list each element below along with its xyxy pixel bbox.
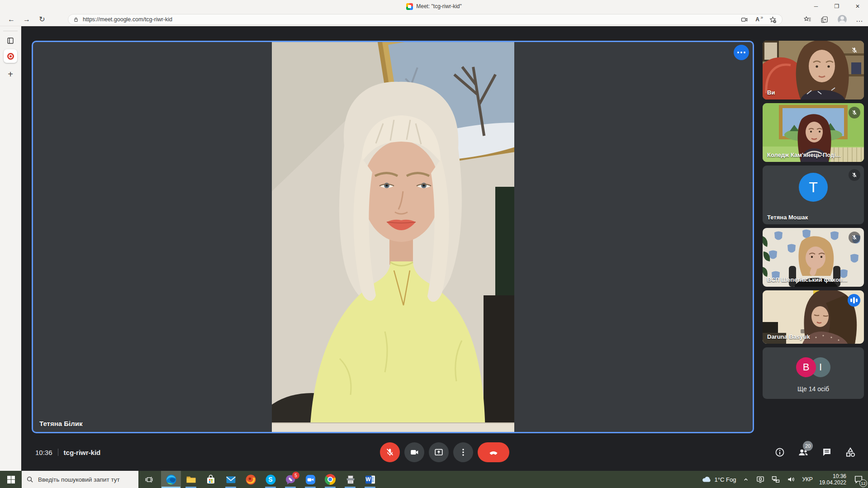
main-speaker-name: Тетяна Білик (39, 420, 82, 427)
network-icon[interactable] (771, 475, 780, 484)
browser-menu-icon[interactable]: … (856, 15, 863, 24)
word-letter: W (365, 476, 370, 483)
participant-tile-moshak[interactable]: Т Тетяна Мошак (763, 166, 864, 224)
meeting-info: 10:36 tcg-riwr-kid (35, 434, 100, 471)
tray-time: 10:36 (833, 473, 846, 479)
main-video-tile[interactable]: Тетяна Білик (32, 41, 754, 433)
minimize-button[interactable]: ─ (806, 0, 826, 13)
participant-name: Daruna Basyuk (767, 333, 810, 340)
participants-count-badge: 20 (803, 441, 813, 451)
toolbar-right: … (803, 13, 863, 26)
participant-name: Ви (767, 89, 775, 96)
participant-name: Тетяна Мошак (767, 214, 808, 221)
weather-text: 1°C Fog (715, 476, 736, 483)
restore-button[interactable]: ❐ (826, 0, 847, 13)
taskbar-skype[interactable]: S (261, 471, 280, 488)
taskbar-chrome[interactable] (320, 471, 340, 488)
taskbar-search[interactable] (22, 471, 138, 488)
taskbar-apps: S 5 W (161, 471, 380, 488)
participant-name: Коледж Кам'янець-Поді... (767, 152, 841, 158)
participant-tile-daruna[interactable]: Daruna Basyuk (763, 290, 864, 344)
taskbar-edge[interactable] (161, 471, 181, 488)
participants-icon[interactable]: 20 (797, 446, 809, 458)
browser-titlebar: Meet: "tcg-riwr-kid" ─ ❐ ✕ (0, 0, 868, 13)
camera-button[interactable] (404, 442, 424, 462)
meeting-details-icon[interactable] (774, 446, 786, 458)
window-controls: ─ ❐ ✕ (806, 0, 868, 13)
add-favorite-icon[interactable] (769, 16, 777, 24)
speaking-indicator-icon (848, 294, 860, 307)
search-input[interactable] (37, 476, 128, 483)
lock-icon (73, 16, 79, 23)
skype-letter: S (268, 476, 272, 483)
new-tab-button[interactable]: + (4, 68, 17, 80)
mic-muted-icon (849, 107, 860, 118)
close-button[interactable]: ✕ (847, 0, 868, 13)
meet-page: Тетяна Білик (21, 26, 868, 471)
task-view-button[interactable] (138, 471, 159, 488)
mic-muted-icon (849, 232, 860, 243)
divider (58, 449, 58, 456)
avatar-b: B (796, 357, 816, 377)
refresh-button[interactable]: ↻ (34, 13, 50, 26)
hang-up-button[interactable] (478, 442, 509, 462)
participant-name: ВСП Шепетівський фахов... (767, 276, 848, 283)
tab-list-icon[interactable] (4, 35, 17, 47)
present-button[interactable] (429, 442, 449, 462)
back-button[interactable]: ← (4, 13, 19, 26)
mic-muted-icon (849, 169, 860, 181)
forward-button[interactable]: → (19, 13, 34, 26)
notification-center-button[interactable]: 12 (853, 474, 864, 485)
tab-title: Meet: "tcg-riwr-kid" (416, 3, 462, 9)
screen: Meet: "tcg-riwr-kid" ─ ❐ ✕ ← → ↻ https:/… (0, 0, 868, 488)
url-text[interactable]: https://meet.google.com/tcg-riwr-kid (83, 16, 740, 23)
screen-share-tray-icon[interactable] (756, 475, 765, 484)
taskbar-printer[interactable] (340, 471, 360, 488)
notification-badge: 12 (859, 479, 867, 487)
main-speaker-video (272, 42, 514, 433)
taskbar-mail[interactable] (221, 471, 241, 488)
taskbar-store[interactable] (201, 471, 221, 488)
taskbar-word[interactable]: W (360, 471, 380, 488)
participant-tile-vsp[interactable]: ВСП Шепетівський фахов... (763, 228, 864, 287)
taskbar-firefox[interactable] (241, 471, 261, 488)
more-options-button[interactable] (453, 442, 473, 462)
meet-side-controls: 20 (774, 434, 856, 471)
rail-divider (3, 31, 18, 31)
vertical-tabs-rail: + (0, 26, 21, 471)
overflow-avatars: B I (796, 357, 830, 377)
web-capture-icon[interactable] (740, 16, 748, 24)
profile-avatar[interactable] (838, 15, 847, 24)
tray-date: 19.04.2022 (819, 479, 846, 486)
search-icon (26, 476, 33, 483)
start-button[interactable] (0, 471, 22, 488)
read-aloud-icon[interactable]: A (755, 16, 762, 23)
favorites-icon[interactable] (803, 15, 811, 24)
more-participants-tile[interactable]: B I Ще 14 осіб (763, 347, 864, 399)
clock-widget[interactable]: 10:36 19.04.2022 (819, 473, 846, 486)
activities-icon[interactable] (844, 446, 856, 458)
hidden-icons-chevron[interactable] (742, 476, 749, 483)
taskbar-zoom[interactable] (300, 471, 320, 488)
participant-avatar: Т (799, 173, 828, 202)
active-tab[interactable]: Meet: "tcg-riwr-kid" (406, 3, 462, 10)
mic-mute-button[interactable] (380, 442, 400, 462)
participant-tile-you[interactable]: Ви (763, 41, 864, 99)
chat-icon[interactable] (821, 446, 833, 458)
language-indicator[interactable]: УКР (802, 476, 813, 483)
meet-bottom-bar: 10:36 tcg-riwr-kid (21, 434, 868, 471)
system-tray: 1°C Fog УКР 10:36 19.04.2022 12 (701, 471, 868, 488)
active-tab-record-icon[interactable] (4, 49, 17, 63)
volume-icon[interactable] (787, 475, 796, 484)
address-bar-actions: A (740, 16, 777, 24)
taskbar-file-explorer[interactable] (181, 471, 201, 488)
browser-toolbar: ← → ↻ https://meet.google.com/tcg-riwr-k… (0, 13, 868, 26)
windows-taskbar: S 5 W (0, 471, 868, 488)
collections-icon[interactable] (821, 15, 829, 24)
address-bar[interactable]: https://meet.google.com/tcg-riwr-kid A (68, 14, 783, 25)
tile-options-button[interactable] (734, 45, 749, 60)
meeting-code: tcg-riwr-kid (64, 449, 101, 456)
participant-tile-koledzh[interactable]: Коледж Кам'янець-Поді... (763, 103, 864, 162)
weather-widget[interactable]: 1°C Fog (701, 474, 736, 484)
taskbar-viber[interactable]: 5 (280, 471, 300, 488)
